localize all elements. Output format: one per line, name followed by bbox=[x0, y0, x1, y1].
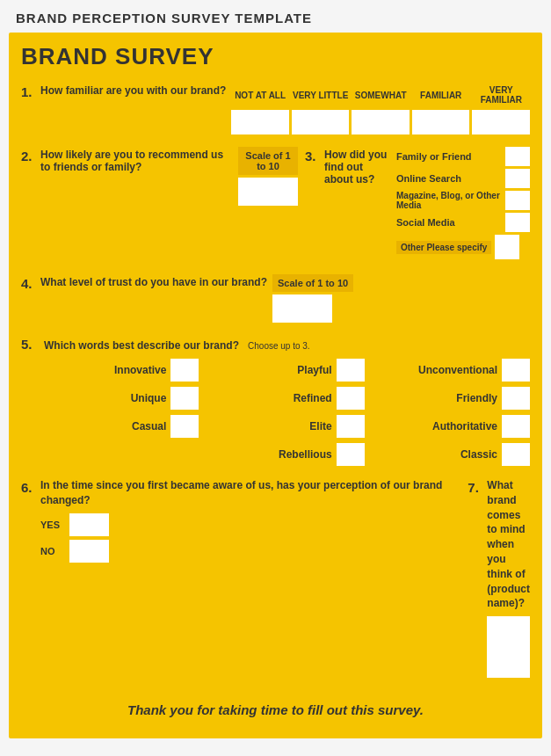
q5-label-authoritative: Authoritative bbox=[432, 420, 497, 433]
q5-item-classic: Classic bbox=[372, 443, 530, 466]
q2-input[interactable] bbox=[238, 178, 298, 206]
q3-label-4: Social Media bbox=[396, 217, 502, 228]
q5-item-elite: Elite bbox=[206, 415, 364, 438]
question-6: 6. In the time since you first became aw… bbox=[21, 478, 460, 563]
q3-label-2: Online Search bbox=[396, 173, 502, 184]
q3-number: 3. bbox=[305, 147, 324, 164]
q5-item-empty bbox=[40, 443, 199, 466]
q1-box-2[interactable] bbox=[292, 110, 350, 134]
row-6-7: 6. In the time since you first became aw… bbox=[21, 478, 530, 678]
q3-option-4: Social Media bbox=[396, 213, 530, 232]
q1-box-1[interactable] bbox=[231, 110, 289, 134]
question-7: 7. What brand comes to mind when you thi… bbox=[468, 478, 530, 678]
q3-checkbox-2[interactable] bbox=[505, 169, 530, 188]
page: BRAND PERCEPTION SURVEY TEMPLATE BRAND S… bbox=[0, 0, 551, 738]
page-title: BRAND PERCEPTION SURVEY TEMPLATE bbox=[0, 0, 551, 33]
q3-option-1: Family or Friend bbox=[396, 147, 530, 166]
q5-box-friendly[interactable] bbox=[502, 387, 530, 410]
q5-box-refined[interactable] bbox=[337, 387, 365, 410]
q5-item-unconventional: Unconventional bbox=[372, 359, 530, 382]
q1-box-5[interactable] bbox=[472, 110, 530, 134]
q5-box-classic[interactable] bbox=[502, 443, 530, 466]
q5-box-unique[interactable] bbox=[170, 387, 199, 410]
q5-item-authoritative: Authoritative bbox=[372, 415, 530, 438]
q5-label-rebellious: Rebellious bbox=[279, 448, 332, 461]
q3-text: How did you find out about us? bbox=[324, 147, 396, 185]
survey-title: BRAND SURVEY bbox=[21, 43, 530, 70]
q1-col-5: VERY FAMILIAR bbox=[472, 83, 530, 134]
q5-item-rebellious: Rebellious bbox=[206, 443, 364, 466]
q2-text: How likely are you to recommend us to fr… bbox=[40, 147, 238, 173]
q4-number: 4. bbox=[21, 274, 40, 291]
q1-col-3: SOMEWHAT bbox=[352, 83, 410, 134]
q3-other-label: Other Please specify bbox=[396, 241, 491, 254]
q3-option-3: Magazine, Blog, or Other Media bbox=[396, 191, 530, 210]
thank-you: Thank you for taking time to fill out th… bbox=[21, 690, 530, 723]
q5-item-casual: Casual bbox=[40, 415, 199, 438]
q7-content: What brand comes to mind when you think … bbox=[487, 478, 530, 678]
q7-answer-box[interactable] bbox=[487, 616, 530, 678]
q3-other-input[interactable] bbox=[495, 235, 519, 259]
q3-checkbox-1[interactable] bbox=[505, 147, 530, 166]
q1-col-1: NOT AT ALL bbox=[231, 83, 289, 134]
q3-checkbox-3[interactable] bbox=[505, 191, 530, 210]
q5-text: Which words best describe our brand? bbox=[44, 338, 244, 352]
q6-yes-box[interactable] bbox=[69, 513, 109, 536]
q6-yes-no: YES NO bbox=[40, 513, 460, 563]
q1-number: 1. bbox=[21, 83, 40, 99]
q5-box-rebellious[interactable] bbox=[337, 443, 365, 466]
q6-number: 6. bbox=[21, 478, 40, 495]
q7-number: 7. bbox=[468, 478, 487, 495]
q1-label-3: SOMEWHAT bbox=[355, 83, 407, 107]
q1-box-3[interactable] bbox=[352, 110, 410, 134]
q5-box-playful[interactable] bbox=[337, 359, 365, 382]
q5-label-unique: Unique bbox=[131, 392, 167, 404]
q5-label-innovative: Innovative bbox=[114, 364, 166, 376]
question-5: 5. Which words best describe our brand? … bbox=[21, 335, 530, 466]
q4-input[interactable] bbox=[272, 294, 332, 323]
q5-box-unconventional[interactable] bbox=[502, 359, 530, 382]
q4-text: What level of trust do you have in our b… bbox=[40, 274, 272, 288]
q5-choose: Choose up to 3. bbox=[248, 341, 310, 351]
q5-header: 5. Which words best describe our brand? … bbox=[21, 335, 530, 352]
q6-no-box[interactable] bbox=[69, 540, 109, 563]
survey-body: BRAND SURVEY 1. How familiar are you wit… bbox=[9, 33, 542, 738]
q3-label-3: Magazine, Blog, or Other Media bbox=[396, 191, 502, 210]
q1-scale-row: NOT AT ALL VERY LITTLE SOMEWHAT FAMILIAR bbox=[231, 83, 530, 134]
q1-box-4[interactable] bbox=[412, 110, 470, 134]
q3-option-2: Online Search bbox=[396, 169, 530, 188]
q5-box-innovative[interactable] bbox=[170, 359, 199, 382]
q5-label-casual: Casual bbox=[132, 420, 166, 433]
q5-label-classic: Classic bbox=[460, 448, 497, 461]
row-4: 4. What level of trust do you have in ou… bbox=[21, 274, 530, 323]
q5-label-refined: Refined bbox=[294, 392, 332, 404]
q5-item-playful: Playful bbox=[206, 359, 364, 382]
q5-item-unique: Unique bbox=[40, 387, 199, 410]
q1-label-4: FAMILIAR bbox=[420, 83, 461, 107]
q5-box-elite[interactable] bbox=[337, 415, 365, 438]
q5-label-playful: Playful bbox=[297, 364, 331, 376]
q7-text: What brand comes to mind when you think … bbox=[487, 478, 530, 611]
q5-item-friendly: Friendly bbox=[372, 387, 530, 410]
q1-label-2: VERY LITTLE bbox=[293, 83, 348, 107]
q6-no-label: NO bbox=[40, 546, 65, 556]
q1-text: How familiar are you with our brand? bbox=[40, 83, 231, 97]
q2-number: 2. bbox=[21, 147, 40, 164]
q5-label-unconventional: Unconventional bbox=[418, 364, 497, 376]
q1-label-5: VERY FAMILIAR bbox=[472, 83, 530, 107]
q5-box-authoritative[interactable] bbox=[502, 415, 530, 438]
q5-grid: Innovative Playful Unconventional Unique bbox=[21, 359, 530, 466]
q5-box-casual[interactable] bbox=[170, 415, 199, 438]
q4-scale-label: Scale of 1 to 10 bbox=[272, 274, 353, 292]
q6-content: In the time since you first became aware… bbox=[40, 478, 460, 563]
question-4: 4. What level of trust do you have in ou… bbox=[21, 274, 353, 323]
question-3: 3. How did you find out about us? Family… bbox=[305, 147, 530, 262]
q3-checkbox-4[interactable] bbox=[505, 213, 530, 232]
q2-scale-label: Scale of 1 to 10 bbox=[238, 147, 298, 175]
q5-item-refined: Refined bbox=[206, 387, 364, 410]
question-2: 2. How likely are you to recommend us to… bbox=[21, 147, 298, 206]
question-1: 1. How familiar are you with our brand? … bbox=[21, 83, 530, 134]
q4-scale-box: Scale of 1 to 10 bbox=[272, 274, 353, 323]
q6-yes-label: YES bbox=[40, 520, 65, 530]
q5-label-elite: Elite bbox=[309, 420, 331, 433]
